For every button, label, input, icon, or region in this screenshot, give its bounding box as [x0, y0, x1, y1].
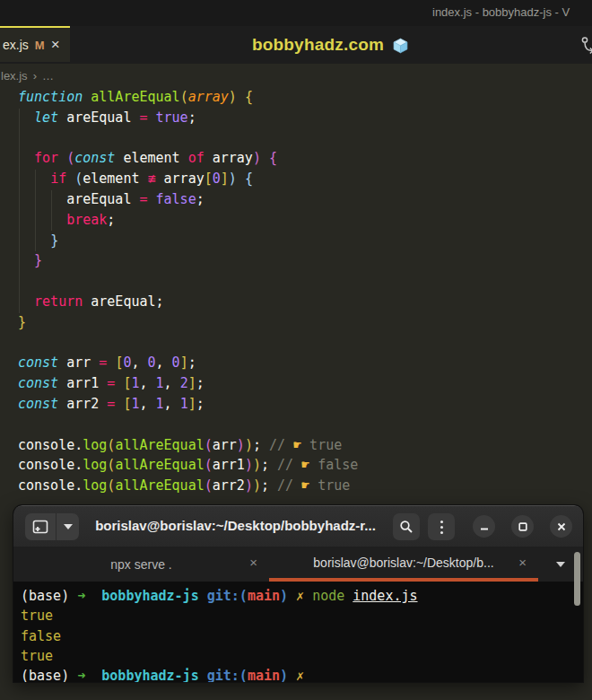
code-line: if (element ≢ array[0]) {	[18, 169, 592, 189]
terminal-window: borislav@borislav:~/Desktop/bobbyhadz-r.…	[13, 505, 583, 682]
tab-close-icon[interactable]: ×	[51, 39, 60, 51]
breadcrumb-separator: ›	[33, 69, 37, 83]
git-graph-icon[interactable]	[580, 36, 592, 57]
terminal-tab-npx-serve[interactable]: npx serve . ×	[13, 547, 269, 582]
banner-text: bobbyhadz.com	[252, 35, 384, 55]
code-line: const arr = [0, 0, 0];	[18, 353, 592, 373]
terminal-title-bar[interactable]: borislav@borislav:~/Desktop/bobbyhadz-r.…	[13, 505, 583, 547]
breadcrumb: lex.js › …	[0, 64, 592, 87]
terminal-output[interactable]: (base) ➜ bobbyhadz-js git:(main) ✗ node …	[13, 582, 583, 682]
menu-button[interactable]	[428, 513, 455, 540]
code-line: for (const element of array) {	[18, 148, 592, 169]
close-icon	[556, 521, 567, 532]
code-line	[18, 128, 592, 149]
new-tab-button[interactable]	[25, 513, 56, 540]
terminal-line: true	[21, 646, 583, 666]
code-line: areEqual = false;	[18, 189, 592, 210]
code-line: return areEqual;	[18, 292, 592, 312]
tab-label: ex.js	[3, 38, 29, 52]
code-line: console.log(allAreEqual(arr1)); // ☛ fal…	[18, 455, 592, 476]
code-line: let areEqual = true;	[18, 108, 592, 128]
code-line	[18, 415, 592, 435]
terminal-line: false	[21, 626, 583, 646]
close-button[interactable]	[550, 515, 572, 538]
vscode-window-title: index.js - bobbyhadz-js - V	[432, 5, 570, 19]
breadcrumb-ellipsis[interactable]: …	[42, 69, 54, 83]
minimize-button[interactable]	[473, 515, 495, 538]
new-tab-split-button	[25, 513, 79, 540]
code-line: function allAreEqual(array) {	[18, 87, 592, 108]
code-line: console.log(allAreEqual(arr2)); // ☛ tru…	[18, 476, 592, 496]
new-tab-icon	[32, 520, 48, 534]
terminal-line: (base) ➜ bobbyhadz-js git:(main) ✗	[21, 666, 583, 682]
code-line: }	[18, 250, 592, 271]
modified-badge: M	[35, 39, 45, 52]
tab-index-js[interactable]: ex.js M ×	[0, 26, 70, 62]
ice-cube-icon	[391, 36, 410, 55]
tab-close-icon[interactable]: ×	[249, 555, 257, 570]
terminal-line: (base) ➜ bobbyhadz-js git:(main) ✗ node …	[21, 586, 583, 606]
chevron-down-icon	[556, 562, 565, 567]
code-line: break;	[18, 210, 592, 231]
code-line	[18, 271, 592, 292]
maximize-icon	[518, 521, 528, 532]
search-icon	[399, 520, 414, 534]
code-line	[18, 333, 592, 354]
terminal-scrollbar[interactable]	[574, 552, 580, 606]
vscode-title-bar: index.js - bobbyhadz-js - V	[0, 0, 592, 26]
terminal-tab-borislav[interactable]: borislav@borislav:~/Desktop/b... ×	[269, 547, 538, 582]
code-editor[interactable]: function allAreEqual(array) { let areEqu…	[0, 87, 592, 496]
editor-tab-bar: bobbyhadz.com ex.js M ×	[0, 26, 592, 64]
terminal-line: true	[21, 606, 583, 626]
terminal-tab-bar: npx serve . × borislav@borislav:~/Deskto…	[13, 547, 583, 582]
chevron-down-icon	[64, 524, 73, 529]
code-line: }	[18, 312, 592, 333]
search-button[interactable]	[393, 513, 420, 540]
maximize-button[interactable]	[511, 515, 534, 538]
terminal-tab-label: npx serve .	[110, 557, 171, 572]
code-line: }	[18, 231, 592, 251]
screen: index.js - bobbyhadz-js - V bobbyhadz.co…	[0, 0, 592, 700]
new-tab-caret-button[interactable]	[57, 513, 79, 540]
terminal-title: borislav@borislav:~/Desktop/bobbyhadz-r.…	[81, 518, 390, 533]
code-line: const arr2 = [1, 1, 1];	[18, 394, 592, 415]
breadcrumb-file[interactable]: lex.js	[1, 69, 28, 83]
site-banner: bobbyhadz.com	[70, 26, 592, 64]
terminal-tab-label: borislav@borislav:~/Desktop/b...	[313, 556, 493, 570]
tab-close-icon[interactable]: ×	[518, 555, 527, 570]
kebab-menu-icon	[440, 521, 443, 534]
minimize-icon	[479, 521, 490, 532]
code-line: const arr1 = [1, 1, 2];	[18, 373, 592, 394]
code-line: console.log(allAreEqual(arr)); // ☛ true	[18, 435, 592, 456]
